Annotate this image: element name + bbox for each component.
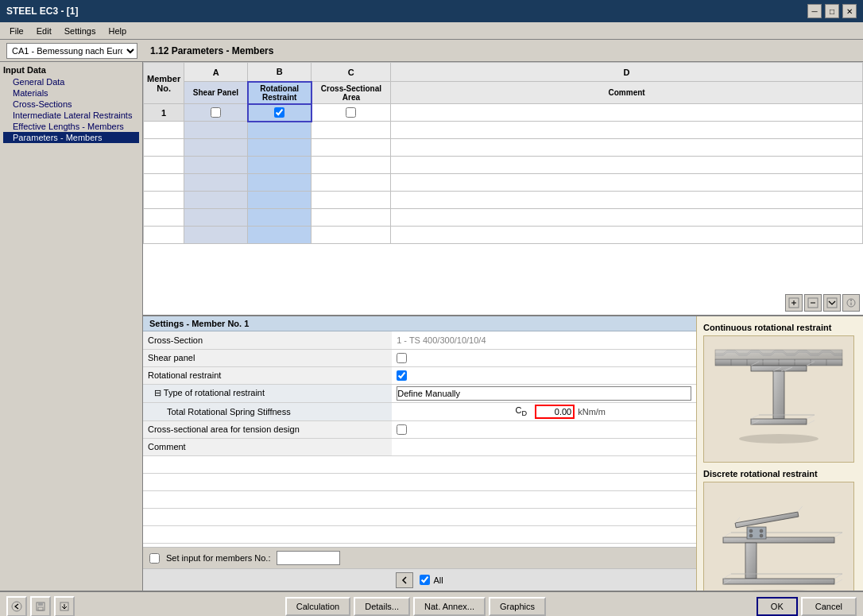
continuous-section: Continuous rotational restraint bbox=[703, 323, 857, 463]
settings-info-row: Settings - Member No. 1 bbox=[143, 316, 863, 591]
svg-line-36 bbox=[723, 533, 731, 537]
bottom-left bbox=[6, 596, 75, 616]
case-dropdown[interactable]: CA1 - Bemessung nach Eurococ bbox=[6, 43, 137, 59]
table-area: MemberNo. A B C D Shear Panel Rotational… bbox=[143, 62, 863, 316]
shear-panel-checkbox[interactable] bbox=[211, 107, 221, 118]
all-checkbox[interactable] bbox=[420, 575, 430, 585]
cross-section-area-checkbox[interactable] bbox=[346, 107, 356, 118]
members-table: MemberNo. A B C D Shear Panel Rotational… bbox=[143, 62, 863, 244]
svg-rect-35 bbox=[723, 579, 834, 584]
roof-deck bbox=[715, 350, 842, 366]
settings-empty-row-2 bbox=[143, 473, 696, 490]
svg-rect-5 bbox=[827, 298, 837, 308]
rotational-restraint-label: Rotational restraint bbox=[143, 366, 392, 384]
table-tool-btn-2[interactable] bbox=[804, 294, 822, 312]
col-rotational-header[interactable]: Rotational Restraint bbox=[248, 82, 312, 104]
table-tool-btn-1[interactable] bbox=[785, 294, 803, 312]
comment-cell bbox=[391, 104, 863, 122]
settings-shear-panel-checkbox[interactable] bbox=[397, 353, 407, 363]
settings-header: Settings - Member No. 1 bbox=[143, 316, 696, 331]
bottom-center: Calculation Details... Nat. Annex... Gra… bbox=[285, 597, 546, 616]
svg-point-7 bbox=[850, 300, 852, 301]
shear-panel-cell[interactable] bbox=[184, 104, 248, 122]
svg-line-43 bbox=[834, 579, 842, 584]
settings-rotational-restraint-checkbox[interactable] bbox=[397, 370, 407, 381]
ok-button[interactable]: OK bbox=[757, 597, 798, 616]
type-rotational-label: ⊟ Type of rotational restraint bbox=[143, 384, 392, 402]
col-shear-panel-header[interactable]: Shear Panel bbox=[184, 82, 248, 104]
maximize-button[interactable]: □ bbox=[825, 4, 839, 18]
sidebar-item-parameters-members[interactable]: Parameters - Members bbox=[3, 132, 139, 143]
set-input-field[interactable] bbox=[277, 551, 340, 565]
rotational-restraint-cell[interactable] bbox=[248, 104, 312, 122]
table-tool-btn-4[interactable] bbox=[842, 294, 860, 312]
spring-stiffness-input[interactable] bbox=[535, 405, 575, 419]
settings-empty-row-5 bbox=[143, 525, 696, 543]
cancel-button[interactable]: Cancel bbox=[801, 597, 857, 616]
sidebar-item-effective-lengths[interactable]: Effective Lengths - Members bbox=[3, 121, 139, 132]
bottom-right: OK Cancel bbox=[757, 597, 857, 616]
continuous-restraint-svg bbox=[707, 347, 850, 451]
settings-row-tension-design: Cross-sectional area for tension design bbox=[143, 420, 696, 438]
nav-export-btn[interactable] bbox=[54, 596, 75, 616]
settings-nav: All bbox=[143, 568, 696, 591]
svg-line-37 bbox=[834, 533, 842, 537]
main-layout: Input Data General Data Materials Cross-… bbox=[0, 62, 863, 616]
tension-design-value-cell bbox=[392, 420, 696, 438]
nav-back-btn[interactable] bbox=[6, 596, 27, 616]
nav-prev-btn[interactable] bbox=[396, 572, 413, 588]
svg-line-27 bbox=[807, 415, 815, 419]
menu-help[interactable]: Help bbox=[102, 25, 133, 37]
col-header-b[interactable]: B bbox=[248, 63, 312, 82]
settings-empty-row-4 bbox=[143, 508, 696, 525]
menu-bar: File Edit Settings Help bbox=[0, 22, 863, 40]
sidebar-item-general-data[interactable]: General Data bbox=[3, 76, 139, 87]
sidebar-item-intermediate-lateral[interactable]: Intermediate Lateral Restraints bbox=[3, 110, 139, 121]
row-number: 1 bbox=[144, 104, 184, 122]
menu-settings[interactable]: Settings bbox=[58, 25, 103, 37]
settings-row-shear-panel: Shear panel bbox=[143, 349, 696, 366]
minimize-button[interactable]: ─ bbox=[807, 4, 822, 18]
col-header-c[interactable]: C bbox=[312, 63, 391, 82]
tension-design-checkbox[interactable] bbox=[397, 424, 407, 435]
right-panel: MemberNo. A B C D Shear Panel Rotational… bbox=[143, 62, 863, 591]
nat-annex-button[interactable]: Nat. Annex... bbox=[413, 597, 486, 616]
settings-footer: Set input for members No.: bbox=[143, 547, 696, 568]
sidebar-item-cross-sections[interactable]: Cross-Sections bbox=[3, 99, 139, 110]
sidebar-item-materials[interactable]: Materials bbox=[3, 87, 139, 99]
close-button[interactable]: ✕ bbox=[842, 4, 857, 18]
settings-row-comment: Comment bbox=[143, 438, 696, 455]
i-beam bbox=[751, 362, 815, 424]
set-input-checkbox[interactable] bbox=[149, 553, 160, 564]
cross-section-area-cell[interactable] bbox=[312, 104, 391, 122]
svg-rect-44 bbox=[735, 512, 799, 528]
svg-rect-19 bbox=[773, 371, 784, 419]
settings-panel: Settings - Member No. 1 bbox=[143, 316, 696, 591]
col-comment-header[interactable]: Comment bbox=[391, 82, 863, 104]
rotational-restraint-checkbox[interactable] bbox=[274, 107, 284, 118]
table-tool-btn-3[interactable] bbox=[823, 294, 841, 312]
menu-file[interactable]: File bbox=[3, 25, 30, 37]
col-header-a[interactable]: A bbox=[184, 63, 248, 82]
calculation-button[interactable]: Calculation bbox=[285, 597, 350, 616]
bottom-bar: Calculation Details... Nat. Annex... Gra… bbox=[0, 591, 863, 616]
details-button[interactable]: Details... bbox=[354, 597, 410, 616]
spring-stiffness-row: kNm/m bbox=[535, 405, 691, 419]
col-header-d[interactable]: D bbox=[391, 63, 863, 82]
spring-stiffness-label: Total Rotational Spring Stiffness bbox=[143, 402, 392, 420]
set-input-label: Set input for members No.: bbox=[166, 553, 270, 563]
type-rotational-dropdown[interactable]: Define Manually bbox=[397, 386, 691, 401]
svg-rect-59 bbox=[38, 607, 43, 610]
rotational-restraint-value-cell bbox=[392, 366, 696, 384]
graphics-button[interactable]: Graphics bbox=[489, 597, 546, 616]
all-row: All bbox=[420, 575, 443, 585]
type-rotational-value-cell: Define Manually bbox=[392, 384, 696, 402]
continuous-title: Continuous rotational restraint bbox=[703, 323, 857, 332]
sidebar-section-label: Input Data bbox=[3, 65, 139, 75]
comment-label: Comment bbox=[143, 438, 392, 455]
nav-save-btn[interactable] bbox=[30, 596, 51, 616]
col-cross-section-header[interactable]: Cross-Sectional Area bbox=[312, 82, 391, 104]
table-row: 1 bbox=[144, 104, 863, 122]
continuous-image-box bbox=[703, 335, 854, 463]
menu-edit[interactable]: Edit bbox=[30, 25, 58, 37]
